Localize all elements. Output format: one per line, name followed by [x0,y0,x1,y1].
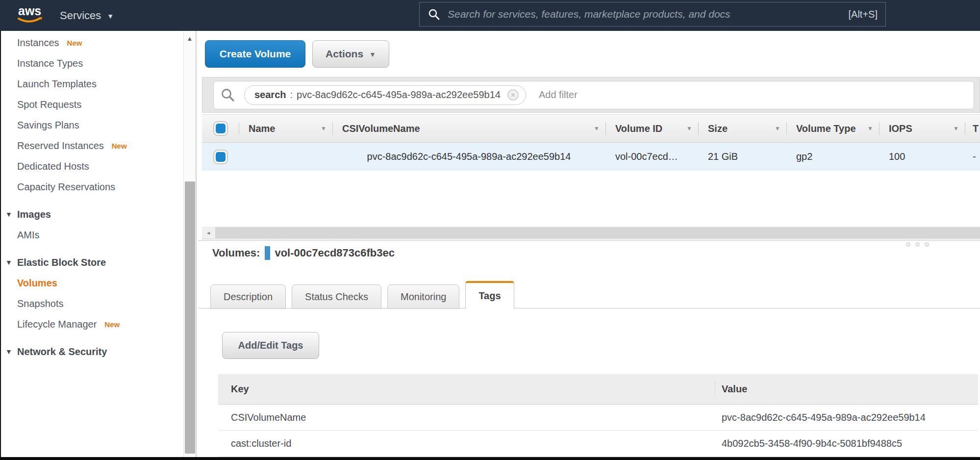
add-edit-tags-button[interactable]: Add/Edit Tags [222,332,319,359]
sort-icon[interactable]: ▼ [953,125,959,132]
splitter-drag-handle[interactable] [906,242,929,247]
svg-text:aws: aws [18,4,41,18]
scroll-left-arrow-icon[interactable]: ◂ [202,227,215,239]
sidebar-item-instance-types[interactable]: Instance Types [1,53,183,74]
sidebar-item-spot-requests[interactable]: Spot Requests [1,94,183,115]
sidebar-item-instances[interactable]: Instances New [1,32,183,53]
services-label: Services [60,9,101,22]
volume-table-row-selected[interactable]: pvc-8ac9d62c-c645-495a-989a-ac292ee59b14… [202,143,980,171]
tag-row: CSIVolumeName pvc-8ac9d62c-c645-495a-989… [218,405,978,431]
search-icon [221,88,235,102]
sidebar-item-volumes[interactable]: Volumes [1,273,183,293]
tag-value: 4b092cb5-3458-4f90-9b4c-5081bf9488c5 [715,431,978,456]
create-volume-button[interactable]: Create Volume [205,40,305,68]
chevron-down-icon: ▼ [369,50,376,58]
triangle-down-icon: ▼ [5,258,17,266]
sidebar-divider [196,31,197,457]
filter-bar: search : pvc-8ac9d62c-c645-495a-989a-ac2… [202,77,980,113]
tab-tags[interactable]: Tags [465,281,514,309]
horizontal-scrollbar-thumb[interactable] [215,227,980,238]
new-badge: New [67,39,82,47]
header-cell-iops[interactable]: IOPS ▼ [879,115,965,142]
screenshot-bottom-edge [0,457,980,460]
volumes-table: Name ▼ CSIVolumeName ▼ Volume ID ▼ Size … [202,114,980,171]
tag-value: pvc-8ac9d62c-c645-495a-989a-ac292ee59b14 [715,405,978,430]
global-search-box[interactable]: [Alt+S] [419,2,886,26]
tags-header-key: Key [218,374,715,404]
cell-volume-id: vol-00c7ecd… [605,143,698,171]
cell-name [239,143,332,171]
row-checkbox[interactable] [213,150,228,164]
ec2-sidebar: Instances New Instance Types Launch Temp… [1,31,183,457]
remove-filter-icon[interactable]: ✕ [507,89,519,101]
chevron-down-icon: ▼ [107,11,114,20]
actions-button[interactable]: Actions ▼ [312,40,389,68]
triangle-down-icon: ▼ [5,348,17,356]
filter-value: pvc-8ac9d62c-c645-495a-989a-ac292ee59b14 [297,89,501,101]
search-shortcut-hint: [Alt+S] [849,9,878,20]
active-filter-tag[interactable]: search : pvc-8ac9d62c-c645-495a-989a-ac2… [244,85,526,105]
tags-header-value: Value [715,374,978,404]
services-menu[interactable]: Services ▼ [60,0,114,31]
header-cell-size[interactable]: Size ▼ [698,115,786,142]
new-badge: New [104,320,120,329]
sidebar-item-capacity-reservations[interactable]: Capacity Reservations [1,177,183,197]
sidebar-item-amis[interactable]: AMIs [1,225,183,245]
sort-icon[interactable]: ▼ [775,125,780,132]
add-filter-button[interactable]: Add filter [539,89,578,101]
tags-table-header: Key Value [218,374,978,405]
sidebar-section-network-security[interactable]: ▼ Network & Security [1,341,183,362]
details-tabs: Description Status Checks Monitoring Tag… [210,281,514,309]
selection-indicator [265,246,270,260]
sort-icon[interactable]: ▼ [867,125,873,132]
header-cell-csivolumename[interactable]: CSIVolumeName ▼ [332,115,605,142]
cell-throughput: - [965,143,980,171]
cell-csivolumename: pvc-8ac9d62c-c645-495a-989a-ac292ee59b14 [332,143,605,171]
sidebar-section-images[interactable]: ▼ Images [1,204,183,225]
cell-iops: 100 [879,143,965,171]
panel-splitter [198,240,980,241]
tag-key: CSIVolumeName [218,405,715,430]
triangle-down-icon: ▼ [5,210,17,218]
sort-icon[interactable]: ▼ [321,125,327,132]
cell-size: 21 GiB [698,143,786,171]
sidebar-item-snapshots[interactable]: Snapshots [1,293,183,314]
details-panel-title: Volumes: vol-00c7ecd873c6fb3ec [212,245,395,261]
tab-description[interactable]: Description [210,284,286,309]
aws-console-screen: aws Services ▼ [Alt+S] Instances New Ins… [0,0,980,460]
tab-status-checks[interactable]: Status Checks [292,284,381,309]
cell-volume-type: gp2 [786,143,879,171]
global-search-input[interactable] [448,8,849,20]
volumes-table-header: Name ▼ CSIVolumeName ▼ Volume ID ▼ Size … [202,114,980,143]
sort-icon[interactable]: ▼ [686,125,692,132]
header-cell-name[interactable]: Name ▼ [239,115,332,142]
sidebar-section-elastic-block-store[interactable]: ▼ Elastic Block Store [1,252,183,273]
aws-logo-icon[interactable]: aws [16,3,45,25]
horizontal-scrollbar[interactable]: ◂ [202,227,980,239]
sidebar-item-reserved-instances[interactable]: Reserved Instances New [1,135,183,156]
header-cell-checkbox [202,115,239,142]
sidebar-scrollbar[interactable]: ▲ [183,31,196,457]
top-navbar: aws Services ▼ [Alt+S] [0,0,980,31]
select-all-checkbox[interactable] [213,121,228,136]
tag-row: cast:cluster-id 4b092cb5-3458-4f90-9b4c-… [218,431,978,457]
screenshot-left-edge [0,31,1,460]
filter-key: search [254,89,286,101]
main-content: Create Volume Actions ▼ search : pvc-8ac… [198,31,980,457]
sidebar-item-lifecycle-manager[interactable]: Lifecycle Manager New [1,314,183,334]
tab-monitoring[interactable]: Monitoring [387,284,459,309]
tag-key: cast:cluster-id [218,431,715,456]
sort-icon[interactable]: ▼ [594,125,600,132]
sidebar-item-dedicated-hosts[interactable]: Dedicated Hosts [1,156,183,177]
sidebar-item-savings-plans[interactable]: Savings Plans [1,115,183,135]
header-cell-throughput-truncated[interactable]: T [965,115,980,142]
new-badge: New [112,142,127,150]
filter-search-field[interactable]: search : pvc-8ac9d62c-c645-495a-989a-ac2… [213,81,974,109]
selected-volume-id: vol-00c7ecd873c6fb3ec [275,247,395,259]
header-cell-volume-id[interactable]: Volume ID ▼ [605,115,698,142]
header-cell-volume-type[interactable]: Volume Type ▼ [786,115,879,142]
sidebar-scrollbar-thumb[interactable] [185,181,195,454]
scroll-up-arrow-icon[interactable]: ▲ [184,35,196,42]
search-icon [427,8,440,21]
sidebar-item-launch-templates[interactable]: Launch Templates [1,74,183,94]
